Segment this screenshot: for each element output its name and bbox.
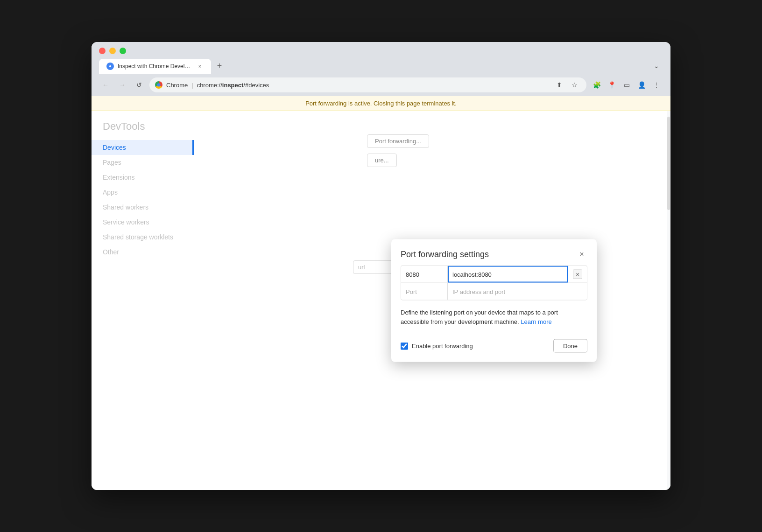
back-button[interactable]: ←: [99, 78, 112, 91]
modal-description: Define the listening port on your device…: [401, 308, 587, 326]
modal-title: Port forwarding settings: [401, 249, 489, 259]
share-icon[interactable]: ⬆: [553, 78, 566, 91]
sidebar-item-devices[interactable]: Devices: [92, 140, 194, 155]
sidebar-item-pages-label: Pages: [103, 159, 121, 166]
port-cell: [401, 266, 448, 283]
sidebar-item-shared-workers-label: Shared workers: [103, 203, 148, 211]
sidebar-item-extensions[interactable]: Extensions: [92, 170, 194, 185]
close-window-button[interactable]: [99, 48, 106, 54]
sidebar-item-other-label: Other: [103, 248, 119, 256]
address-divider: |: [191, 82, 193, 89]
extensions-icon[interactable]: 🧩: [590, 78, 603, 91]
minimize-window-button[interactable]: [109, 48, 116, 54]
sidebar-item-service-workers-label: Service workers: [103, 218, 149, 226]
sidebar: DevTools Devices Pages Extensions Apps S…: [92, 111, 194, 490]
modal-close-button[interactable]: ×: [576, 249, 587, 260]
address-bar-actions: ⬆ ☆: [553, 78, 581, 91]
url-start: chrome://: [197, 82, 222, 89]
sidebar-item-apps-label: Apps: [103, 189, 118, 196]
browser-window: Inspect with Chrome Develope × + ⌄ ← → ↺…: [92, 42, 670, 490]
bookmark-icon[interactable]: ☆: [568, 78, 581, 91]
title-bar: Inspect with Chrome Develope × + ⌄: [92, 42, 670, 74]
forward-button[interactable]: →: [116, 78, 129, 91]
profile-icon[interactable]: 👤: [635, 78, 648, 91]
port-placeholder-text: Port: [401, 283, 447, 300]
sidebar-item-pages[interactable]: Pages: [92, 155, 194, 170]
delete-cell: ×: [568, 266, 587, 283]
chrome-logo-icon: [155, 81, 162, 89]
delete-row-button[interactable]: ×: [573, 270, 582, 279]
split-icon[interactable]: ▭: [620, 78, 633, 91]
enable-port-forwarding-checkbox[interactable]: [401, 342, 408, 350]
toolbar-icons: 🧩 📍 ▭ 👤 ⋮: [590, 78, 663, 91]
nav-bar: ← → ↺ Chrome | chrome://inspect/#devices…: [92, 74, 670, 96]
extension-active-icon[interactable]: 📍: [605, 78, 618, 91]
tabs-row: Inspect with Chrome Develope × + ⌄: [99, 59, 663, 74]
learn-more-link[interactable]: Learn more: [521, 318, 551, 325]
port-input[interactable]: [401, 266, 447, 283]
checkbox-label-text: Enable port forwarding: [412, 343, 473, 350]
sidebar-item-extensions-label: Extensions: [103, 174, 134, 181]
address-placeholder-text: IP address and port: [448, 283, 587, 300]
active-tab[interactable]: Inspect with Chrome Develope ×: [99, 59, 211, 74]
menu-icon[interactable]: ⋮: [650, 78, 663, 91]
main-content: DevTools Devices Pages Extensions Apps S…: [92, 111, 670, 490]
tab-close-button[interactable]: ×: [196, 63, 204, 70]
address-cell: [448, 266, 568, 283]
port-forwarding-placeholder-row: Port IP address and port: [401, 283, 587, 300]
address-placeholder-cell: IP address and port: [448, 283, 587, 300]
enable-port-forwarding-label: Enable port forwarding: [401, 342, 548, 350]
sidebar-item-shared-storage-label: Shared storage worklets: [103, 233, 173, 241]
traffic-lights: [99, 48, 663, 54]
svg-point-1: [109, 65, 111, 67]
tab-title: Inspect with Chrome Develope: [118, 63, 192, 70]
sidebar-item-devices-label: Devices: [103, 144, 126, 151]
notification-text: Port forwarding is active. Closing this …: [305, 100, 457, 107]
port-forwarding-row: ×: [401, 266, 587, 283]
done-button[interactable]: Done: [553, 339, 587, 353]
url-bold: inspect: [222, 82, 244, 89]
address-url: chrome://inspect/#devices: [197, 82, 269, 89]
modal-body: × Port IP address and port: [391, 266, 597, 326]
sidebar-item-apps[interactable]: Apps: [92, 185, 194, 200]
sidebar-item-other[interactable]: Other: [92, 245, 194, 259]
sidebar-item-shared-workers[interactable]: Shared workers: [92, 200, 194, 215]
port-placeholder-cell: Port: [401, 283, 448, 300]
sidebar-item-shared-storage[interactable]: Shared storage worklets: [92, 230, 194, 245]
tab-menu-button[interactable]: ⌄: [650, 59, 663, 72]
port-forwarding-modal: Port forwarding settings ×: [391, 239, 597, 362]
modal-header: Port forwarding settings ×: [391, 239, 597, 266]
new-tab-button[interactable]: +: [213, 59, 226, 72]
tab-favicon: [106, 63, 114, 70]
address-input[interactable]: [448, 266, 568, 283]
content-area: Port forwarding... ure... Open ℹ Port fo…: [194, 111, 670, 490]
port-forwarding-table: × Port IP address and port: [401, 266, 587, 301]
sidebar-title: DevTools: [92, 120, 194, 140]
address-bar[interactable]: Chrome | chrome://inspect/#devices ⬆ ☆: [149, 77, 586, 92]
notification-banner: Port forwarding is active. Closing this …: [92, 96, 670, 111]
refresh-button[interactable]: ↺: [133, 78, 146, 91]
maximize-window-button[interactable]: [120, 48, 126, 54]
address-brand: Chrome: [166, 82, 188, 89]
url-end: /#devices: [243, 82, 269, 89]
modal-footer: Enable port forwarding Done: [391, 334, 597, 362]
sidebar-item-service-workers[interactable]: Service workers: [92, 215, 194, 230]
